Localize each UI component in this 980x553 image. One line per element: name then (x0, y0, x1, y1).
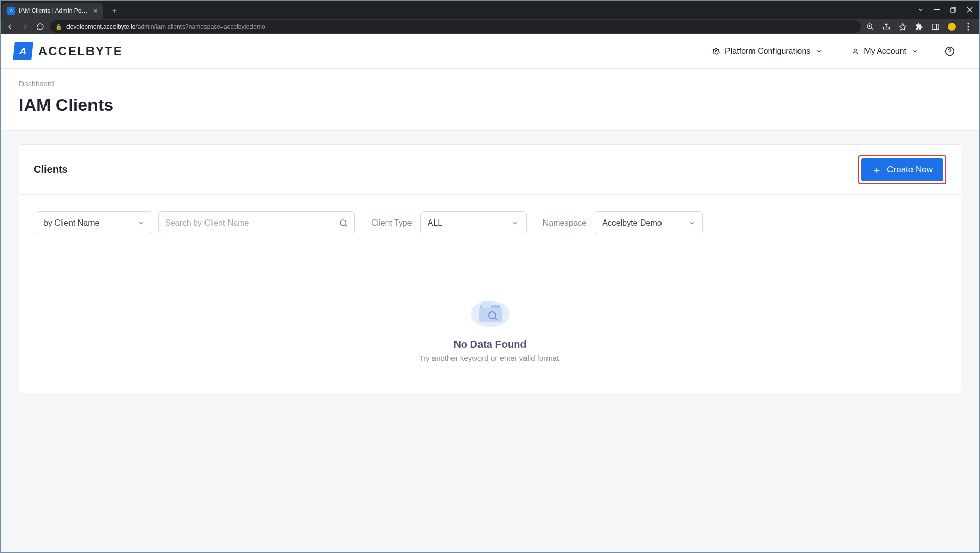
svg-rect-0 (934, 9, 940, 10)
empty-state: No Data Found Try another keyword or ent… (19, 234, 961, 393)
search-by-value: by Client Name (43, 218, 99, 228)
clients-card: Clients ＋ Create New by Client Name (19, 144, 961, 393)
window-maximize-icon[interactable] (945, 0, 962, 19)
brand[interactable]: A ACCELBYTE (14, 42, 123, 60)
client-type-value: ALL (428, 218, 442, 228)
my-account-label: My Account (864, 47, 906, 56)
create-new-button[interactable]: ＋ Create New (861, 158, 943, 181)
svg-point-4 (967, 23, 969, 24)
zoom-icon[interactable] (865, 22, 875, 31)
extensions-icon[interactable] (915, 22, 924, 31)
chevron-down-icon (138, 219, 145, 227)
chevron-down-icon (815, 48, 823, 55)
svg-point-8 (854, 49, 857, 51)
body-area: Clients ＋ Create New by Client Name (1, 131, 979, 553)
empty-folder-icon (470, 296, 511, 329)
svg-rect-1 (951, 8, 955, 12)
sub-header: Dashboard IAM Clients (1, 69, 979, 131)
svg-rect-14 (479, 308, 502, 322)
empty-subtitle: Try another keyword or enter valid forma… (419, 353, 561, 362)
annotation-highlight: ＋ Create New (858, 155, 946, 184)
browser-toolbar: 🔒 development.accelbyte.io/admin/iam-cli… (0, 19, 980, 34)
help-button[interactable] (933, 34, 966, 69)
svg-point-5 (967, 26, 969, 27)
user-icon (852, 48, 859, 55)
chevron-down-icon (512, 219, 519, 227)
back-button[interactable] (4, 21, 15, 32)
tab-title: IAM Clients | Admin Portal (19, 7, 89, 14)
create-new-label: Create New (887, 165, 933, 175)
search-by-select[interactable]: by Client Name (36, 211, 152, 234)
svg-rect-13 (482, 301, 491, 308)
app-header: A ACCELBYTE Platform Configurations My A… (1, 34, 979, 69)
namespace-label: Namespace (543, 218, 586, 228)
browser-tab-active[interactable]: A IAM Clients | Admin Portal ✕ (2, 3, 103, 19)
plus-icon: ＋ (872, 165, 882, 175)
svg-point-6 (967, 29, 969, 30)
forward-button[interactable] (19, 21, 31, 32)
card-title: Clients (34, 164, 68, 175)
card-header: Clients ＋ Create New (19, 145, 961, 195)
search-input[interactable] (165, 218, 335, 228)
client-type-select[interactable]: ALL (420, 211, 527, 234)
url-text: development.accelbyte.io/admin/iam-clien… (66, 23, 265, 30)
client-type-label: Client Type (371, 218, 412, 228)
star-icon[interactable] (898, 22, 907, 31)
namespace-value: Accelbyte Demo (602, 218, 662, 228)
page-title: IAM Clients (19, 95, 961, 115)
filters-row: by Client Name Client Type ALL Namespace… (19, 195, 961, 234)
browser-tabstrip: A IAM Clients | Admin Portal ✕ ＋ (0, 0, 980, 19)
empty-title: No Data Found (453, 339, 526, 350)
brand-logo-icon: A (13, 42, 33, 60)
toolbar-right-icons (865, 22, 976, 31)
reload-button[interactable] (35, 21, 46, 32)
window-close-icon[interactable] (962, 0, 978, 19)
chevron-down-icon[interactable] (913, 0, 929, 19)
kebab-menu-icon[interactable] (964, 22, 973, 31)
search-icon[interactable] (339, 218, 348, 228)
svg-point-7 (715, 50, 717, 52)
window-minimize-icon[interactable] (929, 0, 945, 19)
new-tab-button[interactable]: ＋ (107, 4, 122, 18)
brand-wordmark: ACCELBYTE (38, 44, 123, 58)
side-panel-icon[interactable] (931, 22, 940, 31)
lock-icon: 🔒 (55, 24, 62, 30)
help-icon (945, 46, 955, 56)
gear-icon (713, 48, 720, 55)
profile-avatar[interactable] (947, 22, 956, 31)
address-bar[interactable]: 🔒 development.accelbyte.io/admin/iam-cli… (50, 20, 861, 33)
platform-config-label: Platform Configurations (725, 47, 810, 56)
my-account-menu[interactable]: My Account (837, 34, 933, 69)
chevron-down-icon (688, 219, 695, 227)
search-input-wrap (158, 211, 355, 234)
share-icon[interactable] (882, 22, 891, 31)
namespace-select[interactable]: Accelbyte Demo (595, 211, 703, 234)
tab-favicon: A (7, 7, 15, 15)
chevron-down-icon (911, 48, 919, 55)
svg-rect-3 (932, 24, 939, 30)
svg-point-10 (340, 220, 346, 226)
page-viewport: A ACCELBYTE Platform Configurations My A… (1, 34, 979, 552)
close-icon[interactable]: ✕ (93, 7, 98, 15)
window-controls (913, 0, 978, 19)
platform-configurations-menu[interactable]: Platform Configurations (698, 34, 837, 69)
breadcrumb[interactable]: Dashboard (19, 80, 961, 88)
